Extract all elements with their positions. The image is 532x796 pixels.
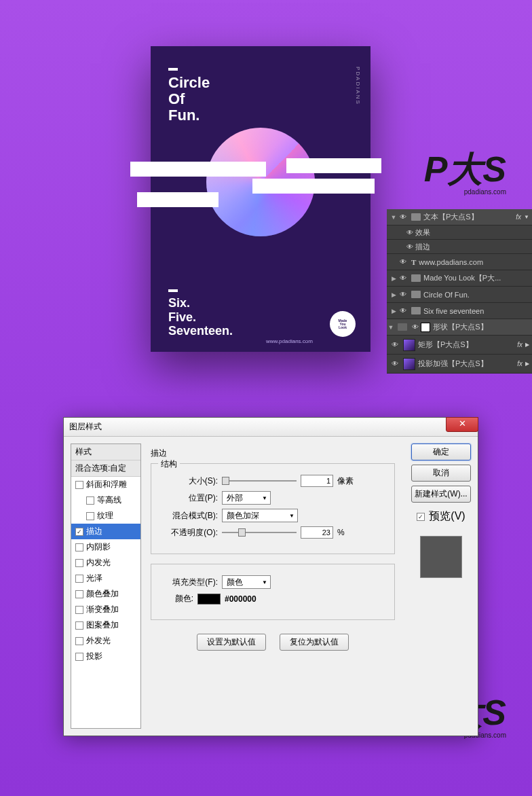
visibility-icon[interactable]: 👁	[398, 258, 408, 266]
twirl-icon[interactable]: ▶	[390, 291, 398, 298]
style-inner-glow[interactable]: 内发光	[71, 555, 140, 571]
blending-options-row[interactable]: 混合选项:自定	[71, 460, 140, 477]
position-dropdown[interactable]: 外部	[222, 491, 271, 505]
opacity-slider[interactable]	[222, 527, 297, 538]
folder-icon	[411, 213, 421, 221]
fx-badge[interactable]: fx	[517, 360, 522, 367]
style-gradient-overlay[interactable]: 渐变叠加	[71, 602, 140, 617]
fill-type-label: 填充类型(F):	[159, 577, 218, 588]
cancel-button[interactable]: 取消	[411, 465, 471, 482]
preview-label: 预览(V)	[429, 509, 465, 524]
style-outer-glow[interactable]: 外发光	[71, 633, 140, 649]
twirl-icon[interactable]: ▶	[390, 308, 398, 314]
fx-twirl-icon[interactable]: ▶	[525, 342, 529, 348]
text-layer-icon: T	[411, 258, 416, 266]
checkbox[interactable]	[75, 653, 83, 661]
dialog-titlebar[interactable]: 图层样式 ✕	[64, 418, 478, 437]
visibility-icon[interactable]: 👁	[390, 341, 400, 348]
checkbox[interactable]	[86, 512, 94, 520]
visibility-icon[interactable]: 👁	[398, 291, 408, 298]
reset-default-button[interactable]: 复位为默认值	[280, 634, 349, 651]
color-swatch[interactable]	[197, 594, 221, 604]
size-unit: 像素	[337, 475, 354, 487]
preview-checkbox[interactable]: ✓	[417, 513, 425, 521]
opacity-label: 不透明度(O):	[159, 527, 218, 539]
close-button[interactable]: ✕	[446, 417, 478, 432]
size-input[interactable]	[301, 475, 333, 487]
style-satin[interactable]: 光泽	[71, 571, 140, 586]
style-texture[interactable]: 纹理	[71, 508, 140, 524]
visibility-icon[interactable]: 👁	[410, 323, 421, 331]
checkbox[interactable]	[86, 496, 94, 505]
poster-url: www.pdadians.com	[266, 338, 313, 344]
fx-badge[interactable]: fx	[517, 341, 522, 348]
twirl-icon[interactable]: ▶	[390, 275, 398, 282]
layer-group-text[interactable]: ▼ 👁 文本【P大点S】 fx ▼	[387, 209, 532, 225]
white-stripe	[137, 192, 218, 207]
new-style-button[interactable]: 新建样式(W)...	[411, 486, 471, 503]
poster-subtitle: Six. Five. Seventeen.	[168, 296, 233, 338]
layer-effect-stroke[interactable]: 👁 描边	[387, 240, 532, 254]
layer-shadow[interactable]: 👁 投影加强【P大点S】 fx ▶	[387, 355, 532, 374]
layer-group-shape[interactable]: ▼ 👁 形状【P大点S】	[387, 319, 532, 336]
folder-icon	[411, 274, 421, 282]
poster-preview: Circle Of Fun. Six. Five. Seventeen. www…	[151, 46, 370, 352]
mask-thumb[interactable]	[421, 323, 430, 332]
checkbox[interactable]	[75, 621, 83, 630]
layer-thumb	[403, 339, 415, 351]
visibility-icon[interactable]: 👁	[398, 307, 408, 314]
visibility-icon[interactable]: 👁	[398, 213, 408, 221]
size-slider[interactable]	[222, 475, 297, 486]
visibility-icon[interactable]: 👁	[398, 274, 408, 282]
checkbox[interactable]	[75, 637, 83, 645]
blend-mode-dropdown[interactable]: 颜色加深	[222, 509, 298, 522]
style-inner-shadow[interactable]: 内阴影	[71, 539, 140, 555]
layer-effect-row[interactable]: 👁 效果	[387, 225, 532, 240]
folder-icon	[398, 323, 407, 331]
white-stripe	[252, 179, 375, 194]
twirl-icon[interactable]: ▼	[390, 214, 398, 221]
layer-group[interactable]: ▶ 👁 Circle Of Fun.	[387, 287, 532, 303]
checkbox[interactable]	[75, 481, 83, 489]
layer-thumb	[403, 358, 415, 370]
checkbox[interactable]	[75, 606, 83, 614]
subtitle-bar-accent	[168, 289, 178, 292]
style-pattern-overlay[interactable]: 图案叠加	[71, 617, 140, 633]
fx-twirl-icon[interactable]: ▶	[525, 361, 529, 367]
layer-group[interactable]: ▶ 👁 Six five seventeen	[387, 303, 532, 319]
visibility-icon[interactable]: 👁	[404, 243, 415, 251]
color-hex: #000000	[225, 594, 256, 604]
position-label: 位置(P):	[159, 492, 218, 504]
style-color-overlay[interactable]: 颜色叠加	[71, 586, 140, 602]
layer-rect[interactable]: 👁 矩形【P大点S】 fx ▶	[387, 336, 532, 355]
fx-badge[interactable]: fx	[516, 213, 521, 221]
fill-type-dropdown[interactable]: 颜色	[222, 575, 271, 589]
checkbox[interactable]	[75, 575, 83, 583]
opacity-input[interactable]	[301, 526, 333, 539]
opacity-unit: %	[337, 528, 345, 537]
checkbox[interactable]: ✓	[75, 528, 83, 536]
dialog-right-column: 确定 取消 新建样式(W)... ✓ 预览(V)	[404, 444, 471, 729]
blend-mode-label: 混合模式(B):	[159, 510, 218, 522]
style-contour[interactable]: 等高线	[71, 492, 140, 508]
size-label: 大小(S):	[159, 475, 218, 487]
layers-panel: ▼ 👁 文本【P大点S】 fx ▼ 👁 效果 👁 描边 👁 T www.pdad…	[387, 209, 532, 374]
ok-button[interactable]: 确定	[411, 444, 471, 460]
style-stroke[interactable]: ✓描边	[71, 524, 140, 539]
style-bevel[interactable]: 斜面和浮雕	[71, 477, 140, 492]
visibility-icon[interactable]: 👁	[390, 360, 400, 367]
make-default-button[interactable]: 设置为默认值	[197, 634, 266, 651]
watermark-logo: P大S pdadians.com	[424, 146, 506, 196]
checkbox[interactable]	[75, 590, 83, 598]
twirl-icon[interactable]: ▼	[387, 324, 395, 331]
layer-group[interactable]: ▶ 👁 Made You Look【P大...	[387, 270, 532, 287]
visibility-icon[interactable]: 👁	[404, 229, 415, 236]
style-drop-shadow[interactable]: 投影	[71, 649, 140, 664]
fx-twirl-icon[interactable]: ▼	[524, 214, 529, 220]
checkbox[interactable]	[75, 559, 83, 567]
layer-style-dialog: 图层样式 ✕ 样式 混合选项:自定 斜面和浮雕 等高线 纹理 ✓描边 内阴影 内…	[63, 417, 478, 736]
styles-list: 样式 混合选项:自定 斜面和浮雕 等高线 纹理 ✓描边 内阴影 内发光 光泽 颜…	[71, 444, 141, 729]
title-bar-accent	[168, 68, 178, 71]
layer-text[interactable]: 👁 T www.pdadians.com	[387, 254, 532, 270]
checkbox[interactable]	[75, 543, 83, 551]
